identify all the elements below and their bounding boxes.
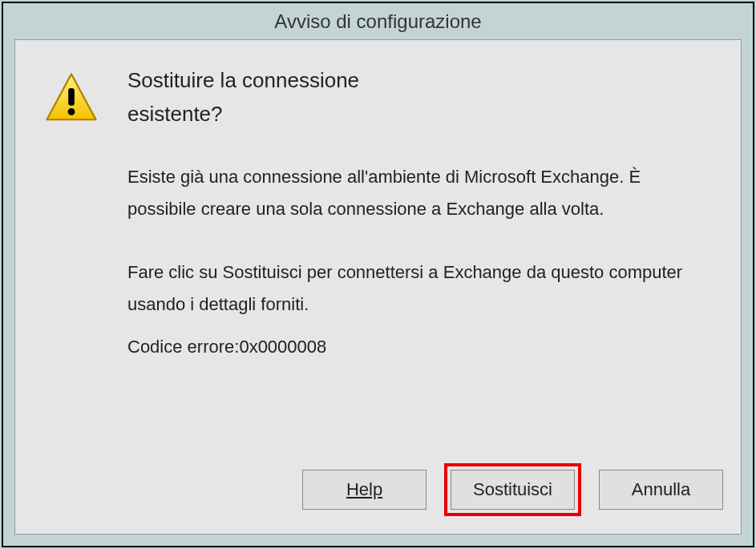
body-paragraph-1: Esiste già una connessione all'ambiente … (127, 161, 713, 224)
icon-column (43, 64, 99, 357)
content-panel: Sostituire la connessione esistente? Esi… (14, 39, 742, 535)
help-button[interactable]: Help (302, 470, 427, 510)
error-line: Codice errore:0x0000008 (127, 337, 713, 357)
heading-line1: Sostituire la connessione (127, 68, 359, 92)
dialog-window: Avviso di configurazione (2, 2, 754, 547)
dialog-heading: Sostituire la connessione esistente? (127, 64, 713, 131)
dialog-title: Avviso di configurazione (274, 10, 481, 33)
svg-point-2 (68, 108, 75, 115)
replace-highlight: Sostituisci (444, 463, 581, 516)
svg-rect-1 (68, 88, 75, 106)
title-bar: Avviso di configurazione (3, 3, 753, 39)
main-content: Sostituire la connessione esistente? Esi… (43, 64, 713, 357)
error-code: 0x0000008 (239, 337, 326, 357)
button-row: Help Sostituisci Annulla (302, 463, 723, 516)
text-column: Sostituire la connessione esistente? Esi… (127, 64, 713, 357)
heading-line2: esistente? (127, 102, 223, 126)
cancel-button[interactable]: Annulla (599, 470, 723, 510)
help-button-label: Help (346, 479, 382, 500)
warning-icon (43, 71, 99, 127)
replace-button[interactable]: Sostituisci (451, 470, 575, 510)
body-paragraph-2: Fare clic su Sostituisci per connettersi… (127, 256, 713, 320)
error-label: Codice errore: (127, 337, 239, 357)
